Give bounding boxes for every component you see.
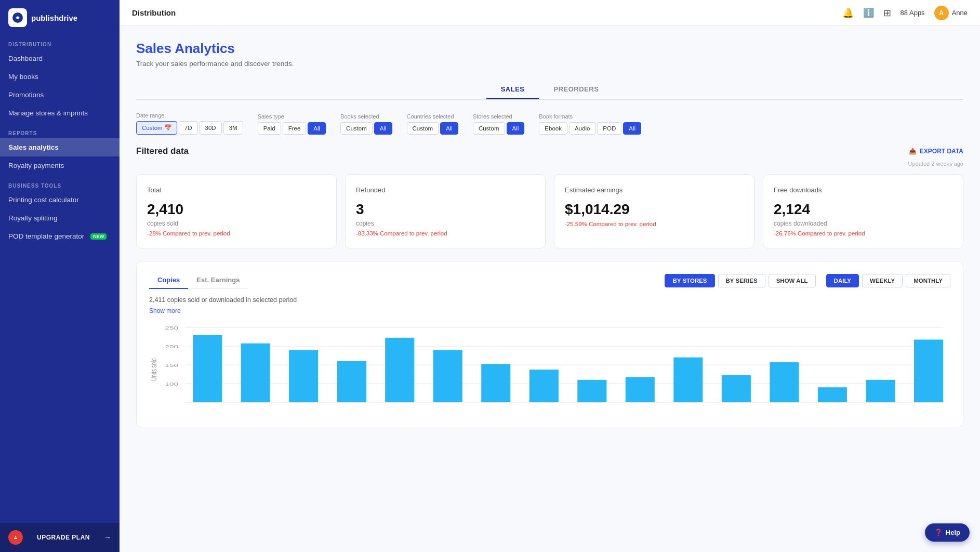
topbar-actions: 🔔 ℹ️ ⊞ 88 Apps A Anne [842,6,968,20]
sales-type-free-btn[interactable]: Free [283,122,307,135]
export-icon: 📤 [909,148,917,155]
filters-row: Date range Custom 📅 7D 30D 3M Sales type… [136,112,963,135]
sidebar-item-royalty-payments[interactable]: Royalty payments [0,156,120,175]
upgrade-icon [8,530,23,545]
sidebar-item-my-books[interactable]: My books [0,68,120,86]
ctrl-weekly[interactable]: WEEKLY [862,274,903,287]
content-area: Sales Analytics Track your sales perform… [120,26,980,552]
info-icon[interactable]: ℹ️ [863,7,874,18]
stores-selected-buttons: Custom All [473,122,524,135]
ctrl-monthly[interactable]: MONTHLY [906,274,950,287]
date-range-custom-btn[interactable]: Custom 📅 [136,121,177,135]
earnings-change: -25.59% Compared to prev. period [565,221,744,227]
books-selected-label: Books selected [340,113,392,120]
sidebar-item-dashboard[interactable]: Dashboard [0,49,120,68]
sidebar-item-promotions[interactable]: Promotions [0,86,120,104]
stores-all-btn[interactable]: All [507,122,525,135]
manage-stores-label: Manage stores & imprints [8,109,88,117]
help-button[interactable]: ❓ Help [925,523,970,542]
date-range-label: Date range [136,112,243,119]
ctrl-by-series[interactable]: BY SERIES [718,274,765,287]
sidebar-item-pod-template[interactable]: POD template generator NEW [0,227,120,245]
format-audio-btn[interactable]: Audio [569,122,595,135]
tab-sales[interactable]: SALES [486,80,539,99]
chart-tabs: Copies Est. Earnings [149,272,248,289]
bar-5 [433,350,462,402]
sidebar-item-printing-cost[interactable]: Printing cost calculator [0,191,120,209]
stat-cards: Total 2,410 copies sold -28% Compared to… [136,174,963,248]
total-change: -28% Compared to prev. period [147,230,326,236]
bar-2 [289,350,318,402]
sidebar-item-manage-stores[interactable]: Manage stores & imprints [0,104,120,122]
filtered-data-title: Filtered data [136,146,189,156]
format-all-btn[interactable]: All [623,122,641,135]
sales-analytics-label: Sales analytics [8,143,59,151]
upgrade-plan-button[interactable]: UPGRADE PLAN → [0,523,120,552]
topbar: Distribution 🔔 ℹ️ ⊞ 88 Apps A Anne [120,0,980,26]
sidebar-item-royalty-splitting[interactable]: Royalty splitting [0,209,120,227]
refunded-change: -83.33% Compared to prev. period [356,230,535,236]
ctrl-by-stores[interactable]: BY STORES [665,274,714,287]
tab-preorders[interactable]: PREORDERS [539,80,613,99]
countries-selected-buttons: Custom All [407,122,458,135]
export-data-button[interactable]: 📤 EXPORT DATA [909,148,963,155]
stat-card-free-downloads: Free downloads 2,124 copies downloaded -… [763,174,963,248]
sidebar-logo: publishdrive [0,0,120,33]
new-badge: NEW [90,233,107,240]
free-downloads-subtitle: copies downloaded [774,220,952,227]
books-custom-btn[interactable]: Custom [340,122,373,135]
bar-1 [241,344,270,402]
apps-button[interactable]: 88 Apps [900,9,925,17]
chart-tab-earnings[interactable]: Est. Earnings [188,272,248,289]
bar-14 [866,380,895,402]
sidebar-section-reports: REPORTS [0,122,120,138]
date-range-3m-btn[interactable]: 3M [223,121,243,135]
help-icon: ❓ [934,529,943,536]
svg-text:250: 250 [165,324,178,330]
bar-13 [818,387,847,402]
countries-all-btn[interactable]: All [440,122,458,135]
notification-icon[interactable]: 🔔 [842,7,854,19]
format-ebook-btn[interactable]: Ebook [539,122,567,135]
total-subtitle: copies sold [147,220,326,227]
logo-icon [8,8,27,27]
chart-info-text: 2,411 copies sold or downloaded in selec… [149,296,950,304]
bar-4 [385,338,414,402]
user-menu[interactable]: A Anne [934,6,968,20]
sidebar-sections: DISTRIBUTION Dashboard My books Promotio… [0,33,120,245]
upgrade-label: UPGRADE PLAN [37,534,90,541]
bar-7 [529,370,559,402]
countries-selected-label: Countries selected [407,113,458,120]
refunded-value: 3 [356,201,535,218]
chart-controls: BY STORES BY SERIES SHOW ALL DAILY WEEKL… [665,274,950,287]
refunded-subtitle: copies [356,220,535,227]
filter-sales-type: Sales type Paid Free All [258,113,326,135]
chart-tab-copies[interactable]: Copies [149,272,188,289]
ctrl-show-all[interactable]: SHOW ALL [769,274,816,287]
date-range-30d-btn[interactable]: 30D [200,121,222,135]
page-subtitle: Track your sales performance and discove… [136,60,963,68]
sidebar-section-business-tools: BUSINESS TOOLS [0,175,120,191]
page-heading: Sales Analytics [136,41,963,57]
stores-custom-btn[interactable]: Custom [473,122,505,135]
free-downloads-change: -26.76% Compared to prev. period [774,230,952,236]
stat-card-total: Total 2,410 copies sold -28% Compared to… [136,174,337,248]
sales-type-label: Sales type [258,113,326,120]
sidebar-item-sales-analytics[interactable]: Sales analytics [0,138,120,156]
grid-icon[interactable]: ⊞ [883,7,891,19]
ctrl-daily[interactable]: DAILY [826,274,859,287]
sales-type-buttons: Paid Free All [258,122,326,135]
dashboard-label: Dashboard [8,55,43,62]
books-all-btn[interactable]: All [374,122,392,135]
show-more-link[interactable]: Show more [149,307,181,314]
book-formats-label: Book formats [539,113,641,120]
filter-book-formats: Book formats Ebook Audio POD All [539,113,641,135]
countries-custom-btn[interactable]: Custom [407,122,439,135]
sales-type-paid-btn[interactable]: Paid [258,122,281,135]
main-area: Distribution 🔔 ℹ️ ⊞ 88 Apps A Anne Sales… [120,0,980,552]
format-pod-btn[interactable]: POD [597,122,621,135]
filter-stores-selected: Stores selected Custom All [473,113,524,135]
date-range-7d-btn[interactable]: 7D [179,121,198,135]
sales-type-all-btn[interactable]: All [308,122,326,135]
filter-countries-selected: Countries selected Custom All [407,113,458,135]
